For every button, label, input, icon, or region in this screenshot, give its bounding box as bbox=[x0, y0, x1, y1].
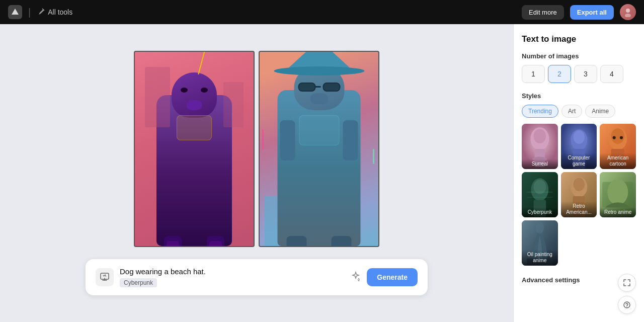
num-btn-4[interactable]: 4 bbox=[600, 65, 623, 83]
help-icon[interactable] bbox=[618, 296, 636, 314]
logo bbox=[8, 5, 22, 19]
svg-point-11 bbox=[573, 130, 585, 144]
prompt-bar: Dog wearing a beach hat. Cyberpunk Gener… bbox=[86, 259, 428, 295]
prompt-icon bbox=[96, 268, 114, 286]
svg-point-17 bbox=[613, 136, 616, 139]
prompt-text: Dog wearing a beach hat. bbox=[120, 267, 345, 276]
num-btn-1[interactable]: 1 bbox=[522, 65, 545, 83]
export-all-button[interactable]: Export all bbox=[570, 5, 614, 20]
num-btn-2[interactable]: 2 bbox=[548, 65, 571, 83]
images-row bbox=[134, 51, 379, 247]
number-options: 1 2 3 4 bbox=[522, 65, 636, 83]
generated-image-2[interactable] bbox=[259, 51, 379, 247]
svg-point-15 bbox=[611, 128, 625, 144]
styles-label: Styles bbox=[522, 92, 636, 100]
all-tools-button[interactable]: All tools bbox=[37, 8, 72, 16]
advanced-settings-label: Advanced settings bbox=[522, 276, 580, 284]
svg-point-31 bbox=[608, 179, 628, 205]
all-tools-label: All tools bbox=[48, 8, 72, 16]
svg-point-18 bbox=[620, 136, 623, 139]
style-label-cyberpunk: Cyberpunk bbox=[522, 207, 558, 217]
style-tab-trending[interactable]: Trending bbox=[522, 105, 558, 118]
header: | All tools Edit more Export all bbox=[0, 0, 644, 24]
svg-point-27 bbox=[573, 178, 585, 191]
svg-point-6 bbox=[534, 129, 546, 143]
expand-icon[interactable] bbox=[618, 274, 636, 292]
style-item-retro-anime[interactable]: Retro anime bbox=[600, 172, 636, 217]
style-grid: Surreal Computer game bbox=[522, 124, 636, 266]
style-item-american-cartoon[interactable]: American cartoon bbox=[600, 124, 636, 169]
svg-point-2 bbox=[625, 14, 631, 17]
style-item-retro-american[interactable]: Retro American... bbox=[561, 172, 597, 217]
style-tabs: Trending Art Anime bbox=[522, 105, 636, 118]
generate-button[interactable]: Generate bbox=[367, 268, 418, 286]
style-label-oil-painting-anime: Oil painting anime bbox=[522, 250, 558, 266]
svg-marker-0 bbox=[12, 9, 19, 15]
magic-icon[interactable] bbox=[351, 271, 361, 284]
avatar[interactable] bbox=[620, 4, 636, 20]
panel-title: Text to image bbox=[522, 34, 636, 44]
style-label-retro-anime: Retro anime bbox=[600, 207, 636, 217]
prompt-tag: Cyberpunk bbox=[120, 278, 157, 287]
generated-image-1[interactable] bbox=[134, 51, 255, 247]
svg-point-34 bbox=[536, 221, 544, 234]
header-divider: | bbox=[28, 7, 31, 18]
style-item-surreal[interactable]: Surreal bbox=[522, 124, 558, 169]
style-item-cyberpunk[interactable]: Cyberpunk bbox=[522, 172, 558, 217]
number-of-images-label: Number of images bbox=[522, 52, 636, 60]
canvas-area: Dog wearing a beach hat. Cyberpunk Gener… bbox=[0, 24, 513, 322]
prompt-content: Dog wearing a beach hat. Cyberpunk bbox=[120, 267, 345, 287]
style-tab-art[interactable]: Art bbox=[561, 105, 582, 118]
style-item-computer-game[interactable]: Computer game bbox=[561, 124, 597, 169]
style-label-retro-american: Retro American... bbox=[561, 201, 597, 217]
style-item-oil-painting-anime[interactable]: Oil painting anime bbox=[522, 220, 558, 266]
bottom-right-controls bbox=[618, 274, 636, 314]
style-label-surreal: Surreal bbox=[522, 159, 558, 169]
style-label-computer-game: Computer game bbox=[561, 153, 597, 169]
svg-point-36 bbox=[626, 306, 627, 307]
svg-point-1 bbox=[626, 9, 630, 13]
style-tab-anime[interactable]: Anime bbox=[585, 105, 615, 118]
style-label-american-cartoon: American cartoon bbox=[600, 153, 636, 169]
edit-more-button[interactable]: Edit more bbox=[522, 5, 564, 20]
main-content: Dog wearing a beach hat. Cyberpunk Gener… bbox=[0, 24, 644, 322]
num-btn-3[interactable]: 3 bbox=[574, 65, 597, 83]
